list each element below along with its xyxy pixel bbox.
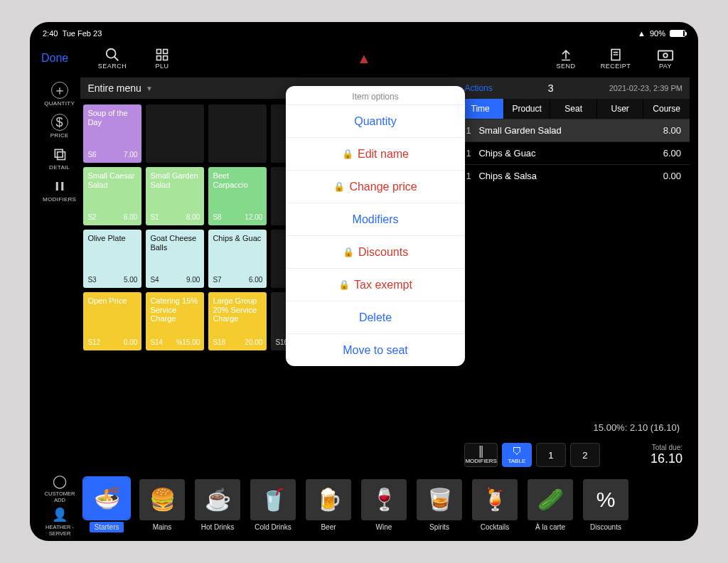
detail-tool[interactable]: DETAIL — [49, 146, 70, 171]
modifiers-tool[interactable]: MODIFIERS — [43, 178, 76, 203]
popover-option[interactable]: Move to seat — [286, 333, 465, 366]
search-label: SEARCH — [98, 63, 127, 70]
popover-option[interactable]: 🔒Change price — [286, 170, 465, 203]
menu-tile — [208, 104, 267, 163]
category[interactable]: ☕Hot Drinks — [192, 479, 243, 531]
line-price: 6.00 — [663, 148, 681, 159]
category[interactable]: 🥃Spirits — [414, 479, 465, 531]
tile-code: S7 — [213, 276, 221, 284]
line-name: Chips & Guac — [478, 148, 663, 159]
menu-tile[interactable]: Goat Cheese BallsS49.00 — [146, 230, 204, 288]
category-label: Cocktails — [481, 523, 510, 531]
category-thumb: 🍔 — [139, 479, 185, 520]
order-tab[interactable]: Seat — [550, 99, 597, 119]
price-label: PRICE — [50, 132, 69, 139]
tile-price: 6.00 — [249, 276, 262, 284]
detail-label: DETAIL — [49, 164, 70, 171]
tile-price: 8.00 — [186, 213, 200, 221]
modifiers-button[interactable]: ║ MODIFIERS — [464, 443, 497, 467]
price-tool[interactable]: $ PRICE — [50, 114, 69, 139]
category-strip[interactable]: 🍜Starters🍔Mains☕Hot Drinks🥤Cold Drinks🍺B… — [81, 471, 690, 538]
category-thumb: % — [583, 479, 628, 520]
menu-tile[interactable]: Soup of the DayS67.00 — [83, 104, 141, 163]
grid-icon — [155, 47, 169, 63]
tile-code: S6 — [87, 151, 96, 159]
tile-code: S1 — [150, 213, 159, 221]
pay-button[interactable]: PAY — [644, 47, 687, 70]
category[interactable]: 🍺Beer — [303, 479, 354, 531]
menu-tile[interactable]: Small Caesar SaladS26.00 — [83, 167, 141, 225]
popover-option-label: Move to seat — [343, 344, 408, 357]
search-button[interactable]: SEARCH — [91, 47, 134, 70]
table-button[interactable]: ⛉ TABLE — [502, 443, 532, 467]
category[interactable]: 🍜Starters — [81, 478, 132, 532]
customer-add-button[interactable]: ◯ CUSTOMER ADD — [38, 473, 81, 503]
popover-option-label: Tax exempt — [354, 279, 412, 291]
category[interactable]: 🥒À la carte — [525, 479, 576, 531]
category[interactable]: 🍷Wine — [358, 479, 410, 531]
tile-price: 7.00 — [124, 151, 137, 159]
done-button[interactable]: Done — [41, 52, 84, 65]
order-tab[interactable]: Product — [504, 99, 551, 119]
tax-summary: 15.00%: 2.10 (16.10) — [457, 417, 690, 439]
popover-option-label: Edit name — [358, 148, 409, 161]
quantity-tool[interactable]: ＋ QUANTITY — [44, 82, 75, 107]
order-tab[interactable]: User — [597, 99, 644, 119]
popover-option[interactable]: 🔒Edit name — [286, 137, 465, 170]
popover-option[interactable]: 🔒Tax exempt — [286, 268, 465, 301]
battery-percent: 90% — [650, 29, 665, 38]
line-price: 0.00 — [663, 171, 681, 181]
popover-title: Item options — [286, 86, 465, 104]
line-qty: 1 — [466, 148, 478, 159]
menu-tile[interactable]: Large Group 20% Service ChargeS1820.00 — [208, 292, 267, 350]
current-user[interactable]: 👤 HEATHER - SERVER — [38, 507, 81, 537]
popover-option[interactable]: Modifiers — [286, 203, 465, 235]
popover-option[interactable]: Delete — [286, 301, 465, 333]
menu-tile[interactable]: Catering 15% Service ChargeS14%15.00 — [146, 292, 204, 350]
category-thumb: 🍜 — [84, 478, 129, 519]
tile-name: Chips & Guac — [213, 234, 262, 276]
menu-tile[interactable]: Small Garden SaladS18.00 — [146, 167, 204, 225]
receipt-icon — [609, 47, 623, 63]
tile-name: Soup of the Day — [87, 109, 137, 151]
order-tabs: TimeProductSeatUserCourse — [457, 99, 690, 119]
order-footer: ║ MODIFIERS ⛉ TABLE 1 2 Total due: 16.10 — [457, 439, 690, 471]
popover-option[interactable]: 🔒Discounts — [286, 235, 465, 268]
order-number: 3 — [493, 82, 609, 94]
category[interactable]: 🍔Mains — [136, 479, 188, 531]
category[interactable]: 🍹Cocktails — [469, 479, 520, 531]
category-thumb: 🥃 — [417, 479, 462, 520]
menu-tile[interactable]: Chips & GuacS76.00 — [208, 230, 267, 288]
send-icon — [559, 47, 573, 63]
order-tab[interactable]: Course — [643, 99, 690, 119]
popover-option[interactable]: Quantity — [286, 104, 465, 137]
lock-icon: 🔒 — [343, 247, 354, 257]
line-name: Small Garden Salad — [478, 125, 663, 136]
tile-code: S12 — [87, 338, 100, 346]
menu-tile[interactable]: Olive PlateS35.00 — [83, 230, 141, 288]
category[interactable]: 🥤Cold Drinks — [247, 479, 299, 531]
table-btn-label: TABLE — [508, 458, 525, 464]
tile-price: 0.00 — [124, 338, 137, 346]
detail-icon — [51, 146, 68, 163]
order-line[interactable]: 1Chips & Guac6.00 — [457, 141, 690, 164]
line-price: 8.00 — [663, 125, 681, 136]
table-icon: ⛉ — [512, 446, 522, 457]
seat-2-button[interactable]: 2 — [570, 443, 600, 467]
plu-button[interactable]: PLU — [141, 47, 183, 70]
menu-tile[interactable]: Beet CarpaccioS812.00 — [208, 167, 267, 225]
category[interactable]: %Discounts — [580, 479, 631, 531]
tile-price: 20.00 — [245, 338, 262, 346]
svg-point-12 — [663, 53, 668, 58]
receipt-button[interactable]: RECEIPT — [594, 47, 637, 70]
tablet-frame: 2:40 Tue Feb 23 ▲ 90% Done SEARCH PLU ▲ — [30, 22, 698, 541]
menu-tile[interactable]: Open PriceS120.00 — [83, 292, 141, 350]
modifiers-label: MODIFIERS — [43, 196, 76, 203]
send-button[interactable]: SEND — [545, 47, 587, 70]
search-icon — [105, 47, 120, 63]
seat-1-button[interactable]: 1 — [536, 443, 566, 467]
actions-button[interactable]: Actions — [464, 83, 492, 93]
order-line[interactable]: 1Chips & Salsa0.00 — [457, 164, 690, 187]
order-line[interactable]: 1Small Garden Salad8.00 — [457, 119, 690, 141]
line-qty: 1 — [466, 125, 478, 136]
